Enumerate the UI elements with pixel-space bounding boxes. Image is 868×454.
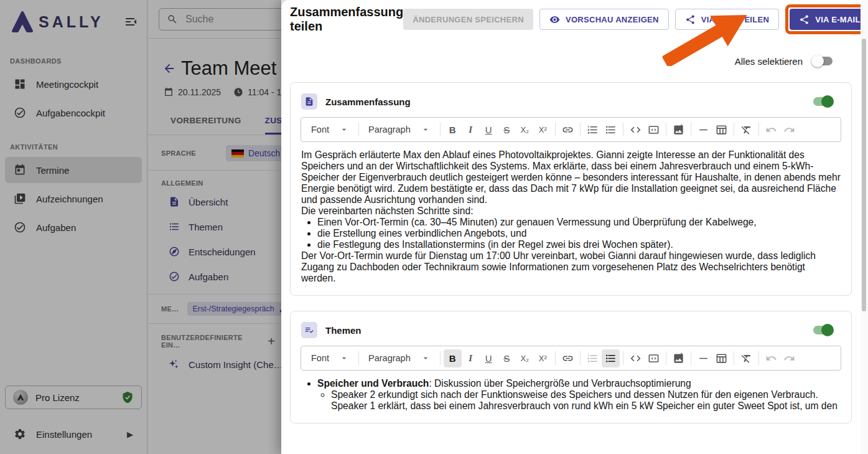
insert-image-button[interactable] <box>670 349 688 367</box>
italic-button[interactable]: I <box>462 121 480 139</box>
table-button[interactable] <box>712 121 730 139</box>
topic-title: Speicher und Verbrauch <box>317 378 429 389</box>
table-button[interactable] <box>712 349 730 367</box>
summary-toggle[interactable] <box>811 95 834 108</box>
summary-editor[interactable]: Im Gespräch erläuterte Max den Ablauf ei… <box>291 142 851 295</box>
editor-toolbar: Font Paragraph B I U S X₂ X² <box>301 346 841 371</box>
redo-button[interactable] <box>780 121 798 139</box>
share-icon <box>685 14 696 25</box>
summary-closing: Der Vor-Ort-Termin wurde für Dienstag um… <box>301 250 841 284</box>
clear-formatting-button[interactable] <box>737 121 755 139</box>
summary-step: die Erstellung eines verbindlichen Angeb… <box>317 228 841 239</box>
ordered-list-button[interactable] <box>584 121 602 139</box>
save-changes-button[interactable]: ÄNDERUNGEN SPEICHERN <box>403 9 533 30</box>
topics-card: Themen Font Paragraph B I U S X₂ X² <box>290 311 852 423</box>
horizontal-rule-button[interactable] <box>694 349 712 367</box>
ordered-list-button[interactable] <box>584 349 602 367</box>
inline-code-button[interactable] <box>627 121 645 139</box>
eye-icon <box>549 14 560 25</box>
underline-button[interactable]: U <box>480 121 498 139</box>
superscript-button[interactable]: X² <box>534 349 552 367</box>
list-check-icon <box>304 325 314 335</box>
inline-code-button[interactable] <box>627 349 645 367</box>
chevron-down-icon <box>339 353 349 363</box>
summary-paragraph: Im Gespräch erläuterte Max den Ablauf ei… <box>301 149 841 206</box>
topic-description: : Diskussion über Speichergröße und Verb… <box>429 378 691 389</box>
bold-button[interactable]: B <box>444 121 462 139</box>
summary-steps-intro: Die vereinbarten nächsten Schritte sind: <box>301 206 841 217</box>
summary-step: Einen Vor-Ort-Termin (ca. 30–45 Minuten)… <box>317 217 841 228</box>
topic-item: Speicher und Verbrauch: Diskussion über … <box>317 378 841 412</box>
summary-card: Zusammenfassung Font Paragraph B I U S X… <box>290 82 852 296</box>
share-via-email-button[interactable]: VIA E-MAIL TEILEN <box>790 9 868 30</box>
link-button[interactable] <box>559 349 577 367</box>
summary-card-icon <box>301 93 317 110</box>
topics-card-icon <box>301 322 317 338</box>
document-icon <box>304 97 314 106</box>
undo-button[interactable] <box>762 349 780 367</box>
code-block-button[interactable] <box>645 349 663 367</box>
chevron-down-icon <box>421 125 431 135</box>
insert-image-button[interactable] <box>670 121 688 139</box>
link-button[interactable] <box>559 121 577 139</box>
code-block-button[interactable] <box>645 121 663 139</box>
bold-button[interactable]: B <box>444 349 462 367</box>
share-dialog: Zusammenfassung teilen ÄNDERUNGEN SPEICH… <box>281 0 868 454</box>
card-title: Zusammenfassung <box>325 97 411 107</box>
horizontal-rule-button[interactable] <box>694 121 712 139</box>
scrollbar-thumb[interactable] <box>862 39 866 311</box>
bullet-list-button[interactable] <box>602 121 620 139</box>
font-select[interactable]: Font <box>305 125 355 135</box>
underline-button[interactable]: U <box>480 349 498 367</box>
strikethrough-button[interactable]: S <box>498 121 516 139</box>
topics-editor[interactable]: Speicher und Verbrauch: Diskussion über … <box>291 371 851 423</box>
subscript-button[interactable]: X₂ <box>516 121 534 139</box>
card-title: Themen <box>325 325 362 336</box>
scrollbar[interactable] <box>861 0 868 454</box>
subscript-button[interactable]: X₂ <box>516 349 534 367</box>
dialog-title: Zusammenfassung teilen <box>290 5 403 34</box>
font-select[interactable]: Font <box>305 353 355 363</box>
clear-formatting-button[interactable] <box>737 349 755 367</box>
app-window: SALLY DASHBOARDS Meetingcockpit Aufgaben… <box>0 0 868 454</box>
strikethrough-button[interactable]: S <box>498 349 516 367</box>
select-all-toggle[interactable] <box>811 55 834 67</box>
show-preview-button[interactable]: VORSCHAU ANZEIGEN <box>539 9 669 30</box>
select-all-label: Alles selektieren <box>735 56 803 67</box>
share-dialog-header: Zusammenfassung teilen ÄNDERUNGEN SPEICH… <box>281 0 868 39</box>
paragraph-select[interactable]: Paragraph <box>362 353 437 363</box>
bullet-list-button[interactable] <box>602 349 620 367</box>
superscript-button[interactable]: X² <box>534 121 552 139</box>
share-icon <box>799 14 810 25</box>
chevron-down-icon <box>421 353 431 363</box>
annotation-highlight-box: VIA E-MAIL TEILEN <box>785 4 868 34</box>
share-via-link-button[interactable]: VIA LINK TEILEN <box>675 9 779 30</box>
redo-button[interactable] <box>780 349 798 367</box>
topics-toggle[interactable] <box>811 324 834 336</box>
italic-button[interactable]: I <box>462 349 480 367</box>
topic-sub-item: Speaker 2 erkundigt sich nach der Funkti… <box>331 389 841 412</box>
summary-step: die Festlegung des Installationstermins … <box>317 239 841 250</box>
undo-button[interactable] <box>762 121 780 139</box>
chevron-down-icon <box>339 125 349 135</box>
modal-scrim <box>0 0 281 454</box>
paragraph-select[interactable]: Paragraph <box>362 125 437 135</box>
editor-toolbar: Font Paragraph B I U S X₂ X² <box>301 117 841 142</box>
